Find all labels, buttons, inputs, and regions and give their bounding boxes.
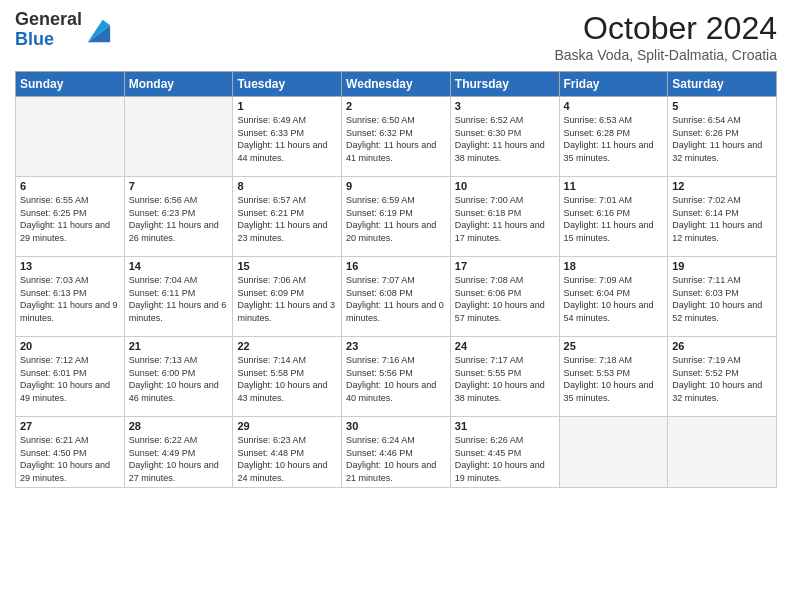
day-number: 3: [455, 100, 555, 112]
header: General Blue October 2024 Baska Voda, Sp…: [15, 10, 777, 63]
day-info: Sunrise: 7:09 AMSunset: 6:04 PMDaylight:…: [564, 274, 664, 324]
table-row: 23Sunrise: 7:16 AMSunset: 5:56 PMDayligh…: [342, 337, 451, 417]
table-row: 4Sunrise: 6:53 AMSunset: 6:28 PMDaylight…: [559, 97, 668, 177]
col-wednesday: Wednesday: [342, 72, 451, 97]
day-info: Sunrise: 6:26 AMSunset: 4:45 PMDaylight:…: [455, 434, 555, 484]
table-row: 11Sunrise: 7:01 AMSunset: 6:16 PMDayligh…: [559, 177, 668, 257]
day-info: Sunrise: 6:56 AMSunset: 6:23 PMDaylight:…: [129, 194, 229, 244]
day-number: 14: [129, 260, 229, 272]
day-info: Sunrise: 6:52 AMSunset: 6:30 PMDaylight:…: [455, 114, 555, 164]
day-info: Sunrise: 7:08 AMSunset: 6:06 PMDaylight:…: [455, 274, 555, 324]
day-number: 20: [20, 340, 120, 352]
day-number: 31: [455, 420, 555, 432]
table-row: 13Sunrise: 7:03 AMSunset: 6:13 PMDayligh…: [16, 257, 125, 337]
table-row: 14Sunrise: 7:04 AMSunset: 6:11 PMDayligh…: [124, 257, 233, 337]
table-row: 8Sunrise: 6:57 AMSunset: 6:21 PMDaylight…: [233, 177, 342, 257]
day-number: 2: [346, 100, 446, 112]
table-row: [16, 97, 125, 177]
calendar-header-row: Sunday Monday Tuesday Wednesday Thursday…: [16, 72, 777, 97]
table-row: 17Sunrise: 7:08 AMSunset: 6:06 PMDayligh…: [450, 257, 559, 337]
table-row: 29Sunrise: 6:23 AMSunset: 4:48 PMDayligh…: [233, 417, 342, 488]
title-block: October 2024 Baska Voda, Split-Dalmatia,…: [554, 10, 777, 63]
day-info: Sunrise: 6:22 AMSunset: 4:49 PMDaylight:…: [129, 434, 229, 484]
table-row: 22Sunrise: 7:14 AMSunset: 5:58 PMDayligh…: [233, 337, 342, 417]
table-row: 24Sunrise: 7:17 AMSunset: 5:55 PMDayligh…: [450, 337, 559, 417]
col-saturday: Saturday: [668, 72, 777, 97]
day-number: 15: [237, 260, 337, 272]
day-info: Sunrise: 7:02 AMSunset: 6:14 PMDaylight:…: [672, 194, 772, 244]
day-number: 17: [455, 260, 555, 272]
day-number: 6: [20, 180, 120, 192]
day-info: Sunrise: 7:12 AMSunset: 6:01 PMDaylight:…: [20, 354, 120, 404]
day-number: 19: [672, 260, 772, 272]
table-row: [124, 97, 233, 177]
day-info: Sunrise: 6:21 AMSunset: 4:50 PMDaylight:…: [20, 434, 120, 484]
day-number: 13: [20, 260, 120, 272]
day-info: Sunrise: 7:06 AMSunset: 6:09 PMDaylight:…: [237, 274, 337, 324]
table-row: 3Sunrise: 6:52 AMSunset: 6:30 PMDaylight…: [450, 97, 559, 177]
table-row: 1Sunrise: 6:49 AMSunset: 6:33 PMDaylight…: [233, 97, 342, 177]
day-number: 25: [564, 340, 664, 352]
day-number: 22: [237, 340, 337, 352]
col-thursday: Thursday: [450, 72, 559, 97]
day-number: 1: [237, 100, 337, 112]
day-info: Sunrise: 7:03 AMSunset: 6:13 PMDaylight:…: [20, 274, 120, 324]
table-row: 15Sunrise: 7:06 AMSunset: 6:09 PMDayligh…: [233, 257, 342, 337]
day-info: Sunrise: 6:57 AMSunset: 6:21 PMDaylight:…: [237, 194, 337, 244]
day-info: Sunrise: 7:14 AMSunset: 5:58 PMDaylight:…: [237, 354, 337, 404]
col-friday: Friday: [559, 72, 668, 97]
table-row: 28Sunrise: 6:22 AMSunset: 4:49 PMDayligh…: [124, 417, 233, 488]
table-row: 26Sunrise: 7:19 AMSunset: 5:52 PMDayligh…: [668, 337, 777, 417]
table-row: 16Sunrise: 7:07 AMSunset: 6:08 PMDayligh…: [342, 257, 451, 337]
day-info: Sunrise: 7:18 AMSunset: 5:53 PMDaylight:…: [564, 354, 664, 404]
day-info: Sunrise: 7:11 AMSunset: 6:03 PMDaylight:…: [672, 274, 772, 324]
day-number: 16: [346, 260, 446, 272]
day-number: 28: [129, 420, 229, 432]
day-number: 12: [672, 180, 772, 192]
table-row: 31Sunrise: 6:26 AMSunset: 4:45 PMDayligh…: [450, 417, 559, 488]
day-info: Sunrise: 7:00 AMSunset: 6:18 PMDaylight:…: [455, 194, 555, 244]
day-number: 4: [564, 100, 664, 112]
table-row: [668, 417, 777, 488]
location-subtitle: Baska Voda, Split-Dalmatia, Croatia: [554, 47, 777, 63]
day-info: Sunrise: 7:16 AMSunset: 5:56 PMDaylight:…: [346, 354, 446, 404]
day-info: Sunrise: 6:55 AMSunset: 6:25 PMDaylight:…: [20, 194, 120, 244]
table-row: 19Sunrise: 7:11 AMSunset: 6:03 PMDayligh…: [668, 257, 777, 337]
day-info: Sunrise: 7:19 AMSunset: 5:52 PMDaylight:…: [672, 354, 772, 404]
day-number: 26: [672, 340, 772, 352]
calendar-page: General Blue October 2024 Baska Voda, Sp…: [0, 0, 792, 612]
day-info: Sunrise: 6:24 AMSunset: 4:46 PMDaylight:…: [346, 434, 446, 484]
table-row: 30Sunrise: 6:24 AMSunset: 4:46 PMDayligh…: [342, 417, 451, 488]
day-info: Sunrise: 7:17 AMSunset: 5:55 PMDaylight:…: [455, 354, 555, 404]
table-row: 27Sunrise: 6:21 AMSunset: 4:50 PMDayligh…: [16, 417, 125, 488]
day-number: 9: [346, 180, 446, 192]
day-info: Sunrise: 6:49 AMSunset: 6:33 PMDaylight:…: [237, 114, 337, 164]
day-number: 7: [129, 180, 229, 192]
table-row: 9Sunrise: 6:59 AMSunset: 6:19 PMDaylight…: [342, 177, 451, 257]
table-row: 6Sunrise: 6:55 AMSunset: 6:25 PMDaylight…: [16, 177, 125, 257]
day-number: 10: [455, 180, 555, 192]
col-tuesday: Tuesday: [233, 72, 342, 97]
day-info: Sunrise: 7:04 AMSunset: 6:11 PMDaylight:…: [129, 274, 229, 324]
table-row: [559, 417, 668, 488]
day-number: 8: [237, 180, 337, 192]
table-row: 10Sunrise: 7:00 AMSunset: 6:18 PMDayligh…: [450, 177, 559, 257]
day-number: 27: [20, 420, 120, 432]
logo: General Blue: [15, 10, 112, 50]
logo-icon: [84, 16, 112, 44]
day-info: Sunrise: 6:54 AMSunset: 6:26 PMDaylight:…: [672, 114, 772, 164]
day-info: Sunrise: 6:23 AMSunset: 4:48 PMDaylight:…: [237, 434, 337, 484]
table-row: 5Sunrise: 6:54 AMSunset: 6:26 PMDaylight…: [668, 97, 777, 177]
table-row: 21Sunrise: 7:13 AMSunset: 6:00 PMDayligh…: [124, 337, 233, 417]
col-sunday: Sunday: [16, 72, 125, 97]
day-number: 18: [564, 260, 664, 272]
day-info: Sunrise: 6:50 AMSunset: 6:32 PMDaylight:…: [346, 114, 446, 164]
day-info: Sunrise: 7:07 AMSunset: 6:08 PMDaylight:…: [346, 274, 446, 324]
day-number: 11: [564, 180, 664, 192]
table-row: 7Sunrise: 6:56 AMSunset: 6:23 PMDaylight…: [124, 177, 233, 257]
day-number: 24: [455, 340, 555, 352]
day-number: 21: [129, 340, 229, 352]
day-number: 29: [237, 420, 337, 432]
table-row: 20Sunrise: 7:12 AMSunset: 6:01 PMDayligh…: [16, 337, 125, 417]
day-number: 30: [346, 420, 446, 432]
